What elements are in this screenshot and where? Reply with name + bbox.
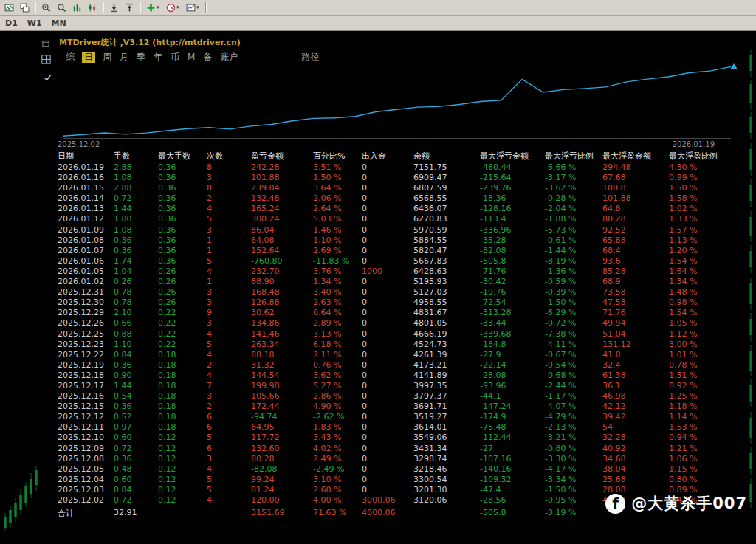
table-row[interactable]: 2026.01.091.080.36386.041.46 %05970.59-3… [58,225,728,235]
new-order-icon[interactable] [1,1,16,14]
table-cell: 0.26 [158,266,207,277]
table-row[interactable]: 2025.12.310.780.263168.483.40 %05127.03-… [58,287,728,297]
table-row[interactable]: 2026.01.161.080.363101.881.50 %06909.47-… [58,173,728,183]
equity-curve-chart[interactable] [63,64,731,139]
table-row[interactable]: 2025.12.090.720.126132.604.02 %03431.34-… [58,444,728,454]
column-header: 最大浮盈比例 [669,151,728,162]
table-cell: -6.29 % [545,308,602,318]
table-cell: 0.99 % [669,173,728,183]
table-cell: -71.76 [480,266,545,277]
table-row[interactable]: 2026.01.192.880.368242.283.51 %07151.75-… [58,162,728,173]
tab-币[interactable]: 币 [170,52,180,63]
timeframe-w1[interactable]: W1 [25,18,44,29]
table-cell: 0.22 [158,340,207,350]
table-row[interactable]: 2025.12.080.360.12380.282.49 %03298.74-1… [58,454,728,464]
table-row[interactable]: 2025.12.110.970.18664.951.83 %03614.01-7… [58,422,728,433]
table-row[interactable]: 2025.12.250.880.224141.463.13 %04666.19-… [58,329,728,340]
table-cell: 2025.12.29 [58,308,114,318]
table-cell: 0 [362,485,413,495]
tile-windows-icon[interactable] [17,1,32,14]
table-cell: 2.69 % [313,246,362,256]
table-cell: 0 [362,381,413,391]
tab-日[interactable]: 日 [82,52,95,63]
table-row[interactable]: 2025.12.150.360.182172.444.90 %03691.71-… [58,402,728,412]
table-row[interactable]: 2025.12.231.100.225263.346.18 %04524.73-… [58,340,728,350]
window-restore-icon[interactable] [41,37,50,51]
trading-terminal: { "toolbar": { "icons": [ {"name": "new-… [0,0,756,544]
tab-年[interactable]: 年 [153,52,163,63]
table-cell: 51.04 [602,329,669,340]
table-cell: 0.18 [158,371,207,381]
table-cell: 40.92 [602,444,669,454]
grid-settings-icon[interactable] [41,53,51,67]
table-cell: 131.12 [602,340,669,350]
dropdown-caret-icon[interactable]: ▾ [157,4,162,10]
add-indicator-icon[interactable] [143,1,158,14]
tab-季[interactable]: 季 [136,52,146,63]
table-row[interactable]: 2026.01.080.360.36164.081.10 %05884.55-3… [58,235,728,246]
table-cell: -2.13 % [545,422,602,433]
table-cell: 0.36 [114,235,158,246]
table-cell: 0.36 [158,225,207,235]
table-cell: 3 [207,391,251,402]
table-cell: -72.54 [480,297,545,308]
table-cell: 2026.01.13 [58,204,114,214]
table-row[interactable]: 2026.01.152.880.368239.043.64 %06807.59-… [58,183,728,193]
timeframe-mn[interactable]: MN [49,18,69,29]
table-row[interactable]: 2025.12.171.440.187199.985.27 %03997.35-… [58,381,728,391]
tab-综[interactable]: 综 [65,52,75,63]
table-cell: 101.88 [602,193,669,204]
candle-chart-icon[interactable] [85,1,100,14]
table-cell: 93.6 [602,256,669,266]
table-row[interactable]: 2025.12.220.840.18488.182.11 %04261.39-2… [58,350,728,360]
table-row[interactable]: 2025.12.040.600.12599.243.10 %03300.54-1… [58,475,728,485]
table-row[interactable]: 2025.12.300.780.263126.882.63 %04958.55-… [58,297,728,308]
tab-M[interactable]: M [187,52,196,63]
table-cell: 8 [207,183,251,193]
table-row[interactable]: 2025.12.292.100.22930.620.64 %04831.67-3… [58,308,728,318]
table-row[interactable]: 2026.01.051.040.264232.703.76 %10006428.… [58,266,728,277]
table-cell: -460.44 [480,162,545,173]
table-cell: 7 [207,381,251,391]
table-cell: 42.12 [602,402,669,412]
import-data-icon[interactable] [106,1,121,14]
dropdown-caret-icon[interactable]: ▾ [176,4,182,10]
table-cell: 1.54 % [669,308,728,318]
table-row[interactable]: 2025.12.050.480.124-82.08-2.49 %03218.46… [58,464,728,475]
tab-周[interactable]: 周 [102,52,112,63]
export-data-icon[interactable] [122,1,137,14]
period-clock-icon[interactable] [163,1,178,14]
table-row[interactable]: 2026.01.061.740.365-760.80-11.83 %05667.… [58,256,728,266]
zoom-in-icon[interactable] [38,1,53,14]
table-cell: 49.94 [602,318,669,328]
table-cell: 2.64 % [313,204,362,214]
table-row[interactable]: 2026.01.140.720.362132.482.06 %06568.55-… [58,193,728,204]
zoom-out-icon[interactable] [54,1,69,14]
table-cell: -109.32 [480,475,545,485]
template-chart-icon[interactable] [183,1,198,14]
table-row[interactable]: 2025.12.100.600.125117.723.43 %03549.06-… [58,433,728,443]
table-cell: 80.28 [602,214,669,224]
table-row[interactable]: 2026.01.131.440.364165.242.64 %06436.07-… [58,204,728,214]
column-header: 百分比% [313,151,362,162]
check-icon[interactable] [43,71,52,85]
tab-备[interactable]: 备 [202,52,213,63]
tab-路径[interactable]: 路径 [300,52,320,63]
table-row[interactable]: 2025.12.160.540.183105.662.86 %03797.37-… [58,391,728,402]
table-row[interactable]: 2026.01.020.260.26168.901.34 %05195.93-3… [58,277,728,287]
scroll-up-arrow-icon[interactable] [730,63,738,69]
table-row[interactable]: 2025.12.180.900.184144.543.62 %04141.89-… [58,371,728,381]
table-cell: 0.76 % [313,360,362,371]
bar-chart-icon[interactable] [69,1,84,14]
table-cell: 1.53 % [669,422,728,433]
table-row[interactable]: 2025.12.120.520.186-94.74-2.62 %03519.27… [58,412,728,422]
table-row[interactable]: 2026.01.070.360.361152.642.69 %05820.47-… [58,246,728,256]
table-cell: 81.24 [251,485,313,495]
table-row[interactable]: 2025.12.260.660.223134.862.89 %04801.05-… [58,318,728,328]
tab-账户[interactable]: 账户 [219,52,238,63]
tab-月[interactable]: 月 [119,52,129,63]
timeframe-d1[interactable]: D1 [3,18,20,29]
table-row[interactable]: 2025.12.190.360.18231.320.76 %04173.21-2… [58,360,728,371]
dropdown-caret-icon[interactable]: ▾ [196,4,202,10]
table-row[interactable]: 2026.01.121.800.365300.245.03 %06270.83-… [58,214,728,224]
